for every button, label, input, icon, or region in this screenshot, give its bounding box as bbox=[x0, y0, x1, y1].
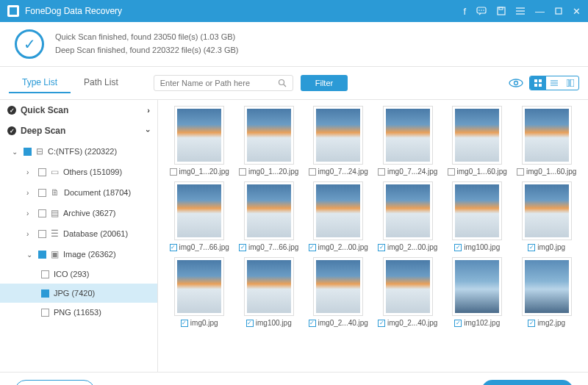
menu-icon[interactable] bbox=[516, 7, 525, 15]
checkbox-icon[interactable] bbox=[24, 148, 32, 156]
thumbnail-item[interactable]: img0_1...20.jpg bbox=[167, 106, 232, 176]
facebook-icon[interactable]: f bbox=[463, 6, 466, 17]
search-box[interactable] bbox=[154, 75, 293, 91]
view-grid-icon[interactable] bbox=[530, 76, 546, 90]
database-label: Database (20061) bbox=[63, 229, 128, 238]
thumbnail-image[interactable] bbox=[313, 106, 363, 165]
maximize-icon[interactable] bbox=[555, 7, 562, 15]
thumbnail-filename: img0_7...66.jpg bbox=[248, 243, 298, 251]
thumbnail-image[interactable] bbox=[383, 181, 433, 240]
thumbnail-item[interactable]: ✓ img0_2...00.jpg bbox=[306, 181, 371, 251]
checkbox-icon[interactable]: ✓ bbox=[378, 244, 385, 251]
checkbox-icon[interactable] bbox=[41, 309, 49, 317]
checkbox-icon[interactable] bbox=[38, 209, 46, 217]
sidebar-quick-scan[interactable]: ✓ Quick Scan › bbox=[0, 100, 157, 120]
back-button[interactable]: Back bbox=[15, 380, 95, 385]
sidebar-others[interactable]: › ▭ Others (151099) bbox=[0, 162, 157, 182]
checkbox-icon[interactable] bbox=[38, 168, 46, 176]
thumbnail-item[interactable]: img0_7...24.jpg bbox=[376, 106, 441, 176]
thumbnail-item[interactable]: ✓ img100.jpg bbox=[445, 181, 510, 251]
sidebar-drive[interactable]: ⌄ ⊟ C:(NTFS) (220322) bbox=[0, 141, 157, 162]
thumbnail-image[interactable] bbox=[313, 257, 363, 316]
checkbox-icon[interactable] bbox=[517, 168, 524, 176]
thumbnail-image[interactable] bbox=[383, 257, 433, 316]
checkbox-icon[interactable] bbox=[309, 168, 316, 176]
recover-button[interactable]: Recover bbox=[481, 380, 573, 385]
checkbox-icon[interactable]: ✓ bbox=[181, 320, 188, 327]
thumbnail-item[interactable]: img0_7...24.jpg bbox=[306, 106, 371, 176]
thumbnail-image[interactable] bbox=[174, 106, 224, 165]
checkbox-icon[interactable]: ✓ bbox=[378, 320, 385, 327]
thumbnail-image[interactable] bbox=[244, 181, 294, 240]
checkbox-icon[interactable]: ✓ bbox=[170, 244, 177, 251]
checkbox-icon[interactable]: ✓ bbox=[528, 244, 535, 251]
checkbox-icon[interactable]: ✓ bbox=[246, 320, 254, 327]
view-detail-icon[interactable] bbox=[562, 76, 578, 90]
svg-point-4 bbox=[483, 10, 484, 11]
checkbox-icon[interactable] bbox=[38, 251, 46, 259]
thumbnail-item[interactable]: ✓ img100.jpg bbox=[237, 257, 302, 327]
minimize-icon[interactable]: — bbox=[535, 6, 545, 17]
thumbnail-item[interactable]: ✓ img0_2...40.jpg bbox=[376, 257, 441, 327]
thumbnail-image[interactable] bbox=[244, 257, 294, 316]
checkbox-icon[interactable]: ✓ bbox=[454, 320, 462, 327]
filter-button[interactable]: Filter bbox=[301, 75, 348, 91]
checkbox-icon[interactable] bbox=[41, 289, 49, 298]
thumbnail-item[interactable]: ✓ img0_7...66.jpg bbox=[167, 181, 232, 251]
drive-label: C:(NTFS) (220322) bbox=[48, 147, 117, 156]
preview-icon[interactable] bbox=[509, 78, 523, 88]
view-list-icon[interactable] bbox=[546, 76, 562, 90]
thumbnail-image[interactable] bbox=[452, 106, 502, 165]
checkbox-icon[interactable] bbox=[38, 189, 46, 197]
checkbox-icon[interactable]: ✓ bbox=[309, 244, 316, 251]
thumbnail-image[interactable] bbox=[174, 181, 224, 240]
checkbox-icon[interactable] bbox=[41, 270, 49, 278]
thumbnail-image[interactable] bbox=[383, 106, 433, 165]
png-label: PNG (11653) bbox=[54, 308, 101, 317]
thumbnail-item[interactable]: img0_1...60.jpg bbox=[514, 106, 580, 176]
checkbox-icon[interactable] bbox=[170, 168, 177, 176]
thumbnail-image[interactable] bbox=[313, 181, 363, 240]
thumbnail-item[interactable]: ✓ img0_2...40.jpg bbox=[306, 257, 371, 327]
tab-path-list[interactable]: Path List bbox=[71, 73, 132, 93]
thumbnail-item[interactable]: img0_1...60.jpg bbox=[445, 106, 510, 176]
thumbnail-image[interactable] bbox=[452, 181, 502, 240]
thumbnail-image[interactable] bbox=[522, 106, 572, 165]
sidebar-archive[interactable]: › ▤ Archive (3627) bbox=[0, 203, 157, 223]
checkbox-icon[interactable]: ✓ bbox=[309, 320, 316, 327]
search-icon[interactable] bbox=[278, 79, 287, 87]
sidebar-document[interactable]: › 🗎 Document (18704) bbox=[0, 182, 157, 203]
feedback-icon[interactable] bbox=[476, 7, 487, 15]
sidebar-jpg[interactable]: JPG (7420) bbox=[0, 284, 157, 303]
thumbnail-image[interactable] bbox=[522, 181, 572, 240]
checkbox-icon[interactable] bbox=[239, 168, 246, 176]
thumbnail-item[interactable]: ✓ img102.jpg bbox=[445, 257, 510, 327]
tab-type-list[interactable]: Type List bbox=[9, 73, 71, 93]
footer: Back Selected 12 items/9.43 MB Recover bbox=[0, 372, 588, 385]
save-icon[interactable] bbox=[497, 7, 506, 15]
checkbox-icon[interactable]: ✓ bbox=[239, 244, 246, 251]
sidebar-database[interactable]: › ☰ Database (20061) bbox=[0, 223, 157, 244]
search-input[interactable] bbox=[160, 79, 278, 87]
thumbnail-image[interactable] bbox=[244, 106, 294, 165]
thumbnail-item[interactable]: ✓ img0_7...66.jpg bbox=[237, 181, 302, 251]
thumbnail-item[interactable]: img0_1...20.jpg bbox=[237, 106, 302, 176]
thumbnail-image[interactable] bbox=[174, 257, 224, 316]
sidebar-ico[interactable]: ICO (293) bbox=[0, 265, 157, 284]
sidebar-png[interactable]: PNG (11653) bbox=[0, 303, 157, 322]
sidebar-deep-scan[interactable]: ✓ Deep Scan › bbox=[0, 120, 157, 141]
close-icon[interactable]: ✕ bbox=[573, 6, 581, 17]
sidebar-image[interactable]: ⌄ ▣ Image (26362) bbox=[0, 244, 157, 265]
svg-point-2 bbox=[478, 10, 480, 11]
thumbnail-image[interactable] bbox=[522, 257, 572, 316]
thumbnail-item[interactable]: ✓ img0.jpg bbox=[514, 181, 580, 251]
checkbox-icon[interactable] bbox=[38, 230, 46, 238]
thumbnail-item[interactable]: ✓ img0_2...00.jpg bbox=[376, 181, 441, 251]
thumbnail-item[interactable]: ✓ img0.jpg bbox=[167, 257, 232, 327]
checkbox-icon[interactable] bbox=[448, 168, 455, 176]
thumbnail-item[interactable]: ✓ img2.jpg bbox=[514, 257, 580, 327]
checkbox-icon[interactable]: ✓ bbox=[528, 320, 535, 327]
checkbox-icon[interactable] bbox=[378, 168, 385, 176]
thumbnail-image[interactable] bbox=[452, 257, 502, 316]
checkbox-icon[interactable]: ✓ bbox=[454, 244, 462, 251]
